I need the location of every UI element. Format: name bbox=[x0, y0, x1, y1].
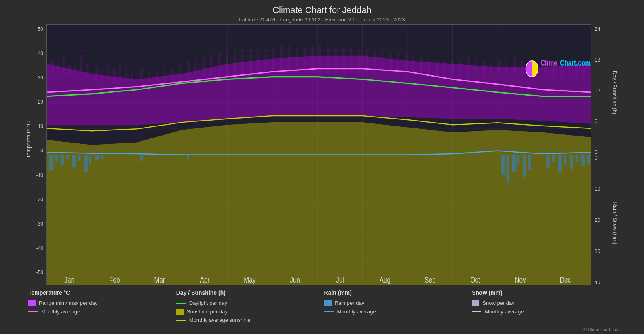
y-tick-40: 40 bbox=[24, 51, 43, 56]
svg-rect-51 bbox=[210, 54, 213, 77]
svg-rect-28 bbox=[51, 60, 54, 75]
svg-rect-52 bbox=[218, 52, 221, 76]
r-tick-r40: 40 bbox=[595, 280, 624, 285]
chart-header: Climate Chart for Jeddah Latitude 21.476… bbox=[0, 0, 644, 24]
r-tick-0: 0 bbox=[595, 149, 624, 155]
svg-rect-31 bbox=[68, 65, 71, 76]
svg-rect-64 bbox=[311, 46, 315, 75]
svg-rect-40 bbox=[125, 67, 127, 81]
chart-title: Climate Chart for Jeddah bbox=[0, 5, 644, 15]
legend-column-snow: Snow (mm) Snow per day Monthly average bbox=[472, 289, 620, 323]
svg-rect-103 bbox=[66, 155, 69, 159]
legend-item-temp-range: Range min / max per day bbox=[28, 300, 176, 306]
y-axis-left-label: Temperature °C bbox=[25, 121, 32, 158]
legend-area: Temperature °C Range min / max per day M… bbox=[0, 285, 644, 327]
svg-text:Apr: Apr bbox=[200, 275, 209, 284]
svg-rect-65 bbox=[319, 45, 321, 74]
y-axis-left: Temperature °C 50 40 30 20 10 0 -10 -20 … bbox=[24, 24, 46, 285]
svg-rect-88 bbox=[498, 61, 501, 76]
legend-item-snow-avg: Monthly average bbox=[472, 308, 620, 315]
svg-rect-35 bbox=[95, 67, 98, 80]
svg-rect-86 bbox=[482, 61, 485, 76]
svg-rect-70 bbox=[358, 49, 361, 74]
svg-text:Dec: Dec bbox=[560, 275, 571, 284]
svg-rect-60 bbox=[280, 46, 283, 75]
r-tick-r30: 30 bbox=[595, 249, 624, 254]
svg-rect-119 bbox=[552, 155, 555, 163]
y-axis-right-bottom-label: Rain / Snow (mm) bbox=[612, 202, 618, 244]
copyright: © ClimeChart.com bbox=[0, 327, 644, 334]
svg-text:Oct: Oct bbox=[471, 275, 480, 284]
svg-rect-122 bbox=[570, 155, 573, 169]
y-axis-right-top-label: Day / Sunshine (h) bbox=[612, 71, 618, 115]
legend-line-sunshine-avg bbox=[176, 320, 186, 321]
legend-label-temp-avg: Monthly average bbox=[41, 308, 80, 315]
svg-rect-101 bbox=[55, 155, 58, 163]
svg-rect-107 bbox=[89, 155, 91, 164]
svg-rect-63 bbox=[304, 47, 306, 75]
svg-text:Nov: Nov bbox=[515, 275, 526, 284]
legend-title-temperature: Temperature °C bbox=[28, 289, 176, 296]
svg-rect-41 bbox=[131, 71, 133, 81]
svg-rect-32 bbox=[74, 61, 76, 75]
svg-rect-125 bbox=[587, 155, 590, 164]
y-tick-20: 20 bbox=[24, 99, 43, 105]
svg-text:Clime: Clime bbox=[541, 59, 557, 68]
chart-main: Jan Feb Mar Apr May Jun Jul Aug Sep Oct … bbox=[46, 24, 591, 285]
legend-swatch-rain bbox=[324, 300, 332, 306]
r-tick-18: 18 bbox=[595, 57, 624, 63]
svg-rect-50 bbox=[203, 56, 205, 77]
svg-rect-72 bbox=[374, 51, 377, 74]
svg-rect-84 bbox=[467, 57, 470, 76]
svg-rect-36 bbox=[101, 70, 103, 81]
svg-rect-120 bbox=[558, 155, 562, 172]
legend-column-rain: Rain (mm) Rain per day Monthly average bbox=[324, 289, 472, 323]
y-tick-m10: -10 bbox=[24, 172, 43, 178]
legend-title-rain: Rain (mm) bbox=[324, 289, 472, 296]
svg-rect-112 bbox=[501, 155, 505, 175]
y-tick-m40: -40 bbox=[24, 245, 43, 251]
svg-rect-79 bbox=[428, 59, 430, 75]
svg-rect-100 bbox=[49, 155, 54, 170]
legend-item-sunshine: Sunshine per day bbox=[176, 308, 324, 315]
legend-label-snow: Snow per day bbox=[482, 300, 515, 306]
svg-rect-102 bbox=[61, 155, 65, 165]
svg-rect-53 bbox=[226, 51, 228, 76]
svg-rect-58 bbox=[264, 49, 267, 74]
svg-text:Aug: Aug bbox=[380, 275, 391, 284]
svg-rect-73 bbox=[381, 52, 383, 74]
legend-title-snow: Snow (mm) bbox=[472, 289, 620, 296]
legend-item-daylight: Daylight per day bbox=[176, 300, 324, 306]
legend-swatch-temp-range bbox=[28, 300, 36, 306]
r-tick-6: 6 bbox=[595, 119, 624, 124]
svg-rect-124 bbox=[581, 155, 585, 166]
svg-text:Jul: Jul bbox=[336, 275, 344, 284]
y-axis-right-top: 24 18 12 6 0 bbox=[595, 24, 624, 155]
svg-rect-104 bbox=[72, 155, 76, 168]
legend-line-temp-avg bbox=[28, 311, 38, 312]
svg-rect-77 bbox=[412, 56, 414, 75]
page-container: Climate Chart for Jeddah Latitude 21.476… bbox=[0, 0, 644, 334]
svg-rect-55 bbox=[241, 50, 244, 76]
legend-swatch-snow bbox=[472, 300, 479, 306]
legend-label-snow-avg: Monthly average bbox=[485, 308, 524, 315]
svg-rect-57 bbox=[257, 51, 259, 76]
y-tick-50: 50 bbox=[24, 26, 43, 32]
svg-rect-59 bbox=[272, 47, 275, 75]
svg-rect-45 bbox=[163, 67, 165, 81]
svg-rect-89 bbox=[505, 59, 507, 76]
svg-rect-91 bbox=[521, 60, 524, 76]
svg-rect-90 bbox=[513, 57, 516, 76]
svg-marker-26 bbox=[47, 122, 591, 285]
legend-label-rain: Rain per day bbox=[335, 300, 365, 306]
r-tick-r20: 20 bbox=[595, 217, 624, 223]
legend-item-sunshine-avg: Monthly average sunshine bbox=[176, 317, 324, 323]
svg-rect-123 bbox=[576, 155, 578, 163]
chart-area: Temperature °C 50 40 30 20 10 0 -10 -20 … bbox=[24, 24, 624, 285]
legend-item-rain-avg: Monthly average bbox=[324, 308, 472, 315]
legend-label-daylight: Daylight per day bbox=[189, 300, 227, 306]
y-tick-m20: -20 bbox=[24, 197, 43, 202]
svg-rect-106 bbox=[84, 155, 88, 172]
svg-rect-29 bbox=[57, 62, 59, 75]
svg-rect-47 bbox=[179, 66, 182, 80]
